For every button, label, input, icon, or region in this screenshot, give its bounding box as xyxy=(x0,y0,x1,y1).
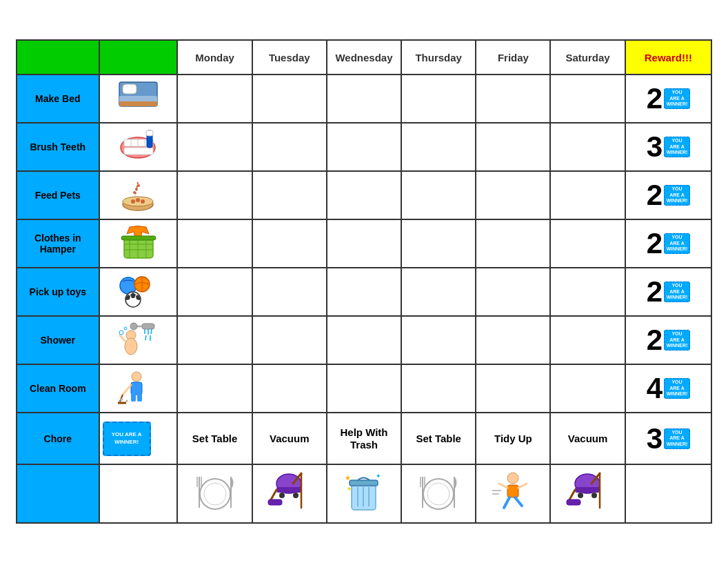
chore-wed-text: Help With Trash xyxy=(340,426,387,451)
svg-rect-68 xyxy=(268,500,282,505)
svg-rect-21 xyxy=(124,239,153,258)
svg-point-20 xyxy=(137,184,140,187)
hamper-icon xyxy=(116,224,161,261)
svg-point-47 xyxy=(124,327,127,330)
svg-rect-89 xyxy=(507,485,518,497)
icon-brush-teeth xyxy=(99,123,178,171)
row-chore: Chore YOU ARE A WINNER! Set Table Vacuum… xyxy=(17,413,711,464)
svg-point-69 xyxy=(279,493,285,498)
day-brush-mon xyxy=(177,123,252,171)
day-shower-thu xyxy=(401,316,476,364)
icon-make-bed xyxy=(99,75,178,123)
svg-point-16 xyxy=(141,199,145,204)
label-pick-up-toys: Pick up toys xyxy=(17,268,99,316)
svg-point-46 xyxy=(119,330,123,335)
svg-point-101 xyxy=(592,493,597,498)
ticket-room: YOU ARE A WINNER! xyxy=(664,378,690,399)
reward-num-hamper: 2 xyxy=(647,227,663,260)
reward-num-room: 4 xyxy=(647,372,663,405)
day-hamper-wed xyxy=(327,219,401,268)
day-brush-wed xyxy=(327,123,401,171)
day-pets-tue xyxy=(252,171,327,219)
day-make-bed-fri xyxy=(476,75,550,123)
row-brush-teeth: Brush Teeth xyxy=(17,123,711,171)
teeth-icon xyxy=(116,127,161,165)
toys-icon xyxy=(116,272,161,310)
ticket-make-bed: YOU ARE A WINNER! xyxy=(664,88,690,109)
label-brush-teeth: Brush Teeth xyxy=(17,123,99,171)
day-room-tue xyxy=(252,364,327,413)
day-brush-thu xyxy=(401,123,476,171)
reward-make-bed: 2 YOU ARE A WINNER! xyxy=(625,75,711,123)
day-chore-sat: Vacuum xyxy=(550,413,625,464)
reward-num-brush: 3 xyxy=(647,130,663,164)
svg-point-15 xyxy=(136,198,140,202)
day-toys-fri xyxy=(476,268,550,316)
day-chore-tue: Vacuum xyxy=(252,413,327,464)
day-shower-sat xyxy=(550,316,625,364)
svg-text:★: ★ xyxy=(345,474,351,482)
header-thursday: Thursday xyxy=(401,40,476,75)
vacuum-icon-sat xyxy=(565,470,610,515)
bottom-reward xyxy=(625,464,711,523)
icon-chore: YOU ARE A WINNER! xyxy=(99,413,178,464)
svg-point-18 xyxy=(133,191,136,194)
svg-point-55 xyxy=(120,398,123,401)
day-toys-thu xyxy=(401,268,476,316)
day-make-bed-sat xyxy=(550,75,625,123)
chore-tue-text: Vacuum xyxy=(270,433,310,444)
chore-fri-text: Tidy Up xyxy=(494,433,532,444)
svg-line-92 xyxy=(499,484,507,488)
day-room-fri xyxy=(476,364,550,413)
reward-clothes-hamper: 2 YOU ARE A WINNER! xyxy=(625,219,711,268)
bottom-col1 xyxy=(17,464,99,523)
bottom-icon-monday xyxy=(177,464,252,523)
svg-rect-6 xyxy=(124,148,153,155)
day-toys-mon xyxy=(177,268,252,316)
label-chore: Chore xyxy=(17,413,99,464)
row-shower: Shower xyxy=(17,316,711,364)
reward-num-toys: 2 xyxy=(647,275,663,308)
svg-text:★: ★ xyxy=(347,486,352,492)
svg-rect-49 xyxy=(131,382,142,395)
vacuum-icon-tue xyxy=(267,470,312,515)
svg-rect-66 xyxy=(276,487,301,493)
svg-line-93 xyxy=(518,484,527,488)
svg-line-45 xyxy=(120,335,125,341)
header-reward: Reward!!! xyxy=(625,40,711,75)
header-col2 xyxy=(99,40,178,75)
header-row: Monday Tuesday Wednesday Thursday Friday… xyxy=(17,40,711,75)
svg-point-88 xyxy=(507,473,518,484)
svg-rect-27 xyxy=(121,236,156,240)
chore-mon-text: Set Table xyxy=(192,433,238,444)
reward-pick-up-toys: 2 YOU ARE A WINNER! xyxy=(625,268,711,316)
chore-ticket: YOU ARE A WINNER! xyxy=(103,422,151,456)
kid-icon xyxy=(489,470,537,515)
icon-pick-up-toys xyxy=(99,268,178,316)
svg-point-57 xyxy=(119,401,120,402)
svg-point-100 xyxy=(578,493,583,498)
svg-line-91 xyxy=(515,497,522,506)
row-pick-up-toys: Pick up toys 2 xyxy=(17,268,711,316)
label-feed-pets: Feed Pets xyxy=(17,171,99,219)
svg-rect-97 xyxy=(575,487,600,493)
svg-point-19 xyxy=(135,188,138,190)
svg-point-56 xyxy=(126,399,128,402)
ticket-hamper: YOU ARE A WINNER! xyxy=(664,233,690,254)
svg-rect-11 xyxy=(146,130,153,136)
day-brush-tue xyxy=(252,123,327,171)
ticket-toys: YOU ARE A WINNER! xyxy=(664,282,690,302)
reward-brush-teeth: 3 YOU ARE A WINNER! xyxy=(625,123,711,171)
icon-shower xyxy=(99,316,178,364)
svg-rect-99 xyxy=(567,500,580,505)
svg-line-52 xyxy=(123,385,131,395)
svg-rect-3 xyxy=(119,101,157,106)
svg-point-59 xyxy=(204,483,226,505)
reward-chore: 3 YOU ARE A WINNER! xyxy=(625,413,711,464)
svg-point-14 xyxy=(131,199,135,204)
svg-rect-74 xyxy=(350,480,378,486)
day-pets-mon xyxy=(177,171,252,219)
day-pets-wed xyxy=(327,171,401,219)
svg-rect-51 xyxy=(137,393,142,402)
day-hamper-thu xyxy=(401,219,476,268)
